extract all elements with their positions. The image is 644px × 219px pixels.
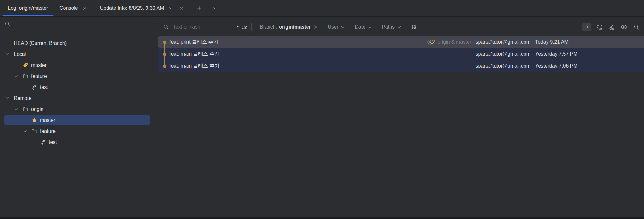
tab-console[interactable]: Console: [54, 0, 94, 16]
chevron-down-icon: [397, 25, 402, 30]
tab-log-label: Log: origin/master: [8, 5, 48, 11]
chevron-down-icon[interactable]: [5, 52, 14, 57]
tree-item-label: Local: [14, 52, 26, 57]
commit-row[interactable]: feat: main 클래스 수정 sparta7tutor@gmail.com…: [158, 48, 644, 60]
play-icon[interactable]: [582, 23, 591, 31]
search-history-icon[interactable]: [163, 24, 170, 30]
commit-date: Yesterday 7:06 PM: [535, 63, 581, 69]
commit-author: sparta7tutor@gmail.com: [475, 51, 530, 57]
chevron-down-icon[interactable]: [5, 96, 14, 101]
chevron-down-icon[interactable]: [167, 4, 175, 12]
tree-item-label: test: [49, 140, 57, 145]
branches-sidebar: HEAD (Current Branch) Local master featu…: [0, 17, 156, 217]
search-icon[interactable]: [633, 23, 640, 31]
tree-item-label: feature: [40, 129, 56, 134]
sort-commits-icon[interactable]: [410, 23, 418, 31]
tree-item-remote[interactable]: Remote: [0, 93, 156, 104]
tree-item-feature[interactable]: feature: [0, 126, 156, 137]
commit-node-icon: [163, 52, 166, 56]
paths-filter-label: Paths: [382, 24, 395, 30]
commit-message: feat: print 클래스 추가: [169, 39, 426, 46]
eye-icon[interactable]: [620, 23, 628, 31]
active-tab-underline: [2, 15, 54, 16]
tab-log[interactable]: Log: origin/master: [2, 0, 54, 16]
match-case-toggle[interactable]: Cc: [242, 25, 247, 30]
folder-icon: [31, 129, 37, 134]
commit-row[interactable]: feat: print 클래스 추가 origin & master spart…: [158, 36, 644, 48]
add-tab-button[interactable]: [195, 4, 203, 12]
date-filter-label: Date: [355, 24, 365, 30]
paths-filter[interactable]: Paths: [382, 24, 402, 30]
chevron-down-icon[interactable]: [211, 4, 219, 12]
tree-item-label: HEAD (Current Branch): [14, 41, 67, 46]
tree-item-label: Remote: [14, 96, 31, 101]
tree-item-master[interactable]: master: [0, 60, 156, 71]
user-filter[interactable]: User: [328, 24, 346, 30]
sidebar-divider: [0, 34, 156, 34]
chevron-down-icon[interactable]: [14, 74, 23, 79]
log-toolbar-actions: [582, 23, 640, 31]
tree-item-head-current-branch[interactable]: HEAD (Current Branch): [0, 38, 156, 49]
user-filter-label: User: [328, 24, 339, 30]
log-filter-toolbar: Text or hash .* Cc Branch: origin/master…: [157, 17, 644, 36]
tree-item-label: master: [40, 118, 55, 123]
close-icon[interactable]: [313, 24, 319, 30]
commit-message: feat: main 클래스 추가: [169, 63, 475, 69]
chevron-down-icon[interactable]: [23, 129, 31, 134]
folder-icon: [23, 107, 28, 112]
tree-item-label: feature: [31, 74, 47, 79]
commit-refs: origin & master: [426, 39, 471, 45]
search-placeholder: Text or hash: [173, 24, 233, 30]
search-input[interactable]: Text or hash .* Cc: [159, 21, 252, 33]
regex-toggle[interactable]: .*: [236, 25, 239, 30]
tree-item-origin[interactable]: origin: [0, 104, 156, 115]
tree-item-master[interactable]: master: [0, 115, 156, 126]
git-log-panel: Text or hash .* Cc Branch: origin/master…: [157, 17, 644, 217]
branch-filter-label: Branch:: [260, 24, 277, 30]
chevron-down-icon: [368, 25, 372, 30]
commit-list: feat: print 클래스 추가 origin & master spart…: [157, 36, 644, 72]
refresh-icon[interactable]: [596, 23, 603, 31]
commit-date: Yesterday 7:57 PM: [535, 51, 581, 57]
commit-node-icon: [163, 64, 166, 68]
tags-stack-icon: [426, 39, 435, 45]
branch-filter[interactable]: Branch: origin/master: [260, 24, 319, 30]
tree-item-label: test: [40, 85, 48, 90]
tree-item-label: origin: [31, 107, 43, 112]
chevron-down-icon: [341, 25, 345, 30]
commit-author: sparta7tutor@gmail.com: [475, 63, 530, 69]
tag-icon: [23, 63, 28, 68]
tree-item-label: master: [31, 63, 47, 68]
tree-item-test[interactable]: test: [0, 137, 156, 148]
tree-item-local[interactable]: Local: [0, 49, 156, 60]
chevron-down-icon[interactable]: [14, 107, 23, 112]
commit-node-icon: [163, 41, 166, 44]
cherry-pick-icon[interactable]: [608, 23, 616, 31]
commit-date: Today 9:21 AM: [535, 39, 581, 45]
window-bottom-border: [0, 217, 644, 219]
star-icon: [31, 118, 37, 123]
tab-console-label: Console: [59, 5, 78, 11]
commit-row[interactable]: feat: main 클래스 추가 sparta7tutor@gmail.com…: [158, 60, 644, 72]
commit-message: feat: main 클래스 수정: [169, 51, 475, 57]
tab-update-info-label: Update Info: 8/8/25, 9:30 AM: [100, 5, 164, 11]
search-icon[interactable]: [4, 20, 11, 28]
branch-filter-value: origin/master: [279, 24, 311, 30]
branch-icon: [31, 85, 37, 90]
folder-icon: [23, 74, 28, 79]
tree-item-feature[interactable]: feature: [0, 71, 156, 82]
branch-icon: [40, 140, 46, 145]
branch-tree: HEAD (Current Branch) Local master featu…: [0, 38, 156, 148]
tree-item-test[interactable]: test: [0, 82, 156, 93]
close-icon[interactable]: [81, 4, 89, 12]
commit-author: sparta7tutor@gmail.com: [475, 39, 530, 45]
date-filter[interactable]: Date: [355, 24, 372, 30]
tab-update-info[interactable]: Update Info: 8/8/25, 9:30 AM: [94, 0, 191, 16]
tool-window-tab-bar: Log: origin/master Console Update Info: …: [0, 0, 644, 17]
close-icon[interactable]: [178, 4, 185, 12]
commit-refs-label: origin & master: [437, 39, 471, 45]
